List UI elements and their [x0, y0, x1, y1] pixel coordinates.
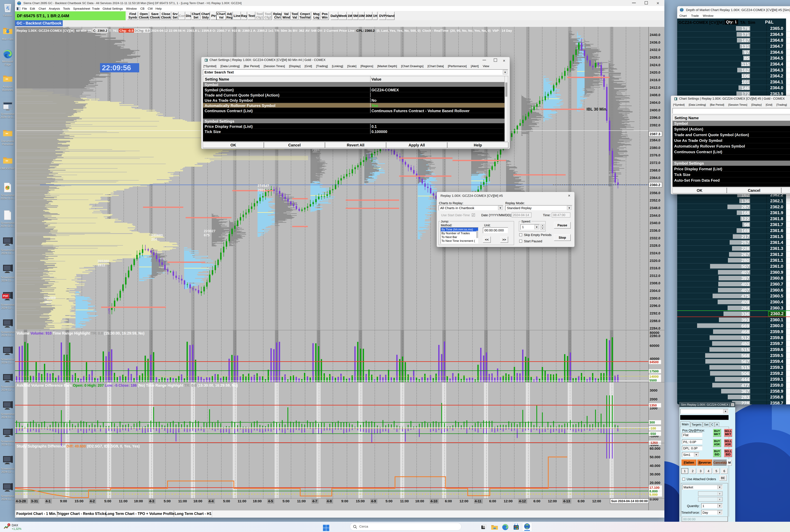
svg-text:2364.0: 2364.0: [650, 176, 660, 180]
svg-text:4-10: 4-10: [430, 499, 437, 503]
svg-text:2292.0: 2292.0: [650, 311, 660, 315]
svg-text:Ask/Bid Volume Difference Bars: Ask/Bid Volume Difference Bars Open: 0 H…: [17, 383, 238, 387]
svg-text:4-13: 4-13: [563, 499, 570, 503]
svg-text:0.000: 0.000: [650, 497, 658, 501]
svg-text:4-4: 4-4: [209, 499, 214, 503]
svg-text:4-12: 4-12: [519, 499, 526, 503]
svg-text:675: 675: [204, 233, 210, 237]
svg-text:9:00: 9:00: [341, 499, 348, 503]
svg-text:4-8: 4-8: [327, 499, 332, 503]
svg-text:2288.0: 2288.0: [650, 319, 660, 323]
svg-text:60000: 60000: [650, 344, 659, 348]
svg-text:1912: 1912: [97, 263, 105, 267]
svg-text:14000: 14000: [650, 375, 659, 378]
svg-text:2420.0: 2420.0: [650, 71, 660, 74]
svg-text:12:00: 12:00: [592, 499, 601, 503]
svg-text:2332.0: 2332.0: [650, 236, 660, 240]
svg-text:50.000: 50.000: [650, 455, 660, 459]
svg-text:4-1: 4-1: [45, 499, 51, 503]
svg-text:2308.0: 2308.0: [650, 281, 660, 285]
svg-text:5:00: 5:00: [223, 499, 230, 503]
svg-text:4-7: 4-7: [312, 499, 317, 503]
svg-text:-1250: -1250: [650, 441, 658, 444]
svg-text:2324.0: 2324.0: [650, 251, 660, 255]
svg-text:2312.0: 2312.0: [650, 274, 660, 278]
svg-text:2424.0: 2424.0: [650, 63, 660, 67]
svg-text:2440.0: 2440.0: [650, 33, 660, 37]
svg-text:15:00: 15:00: [75, 499, 83, 503]
svg-text:Study Subgraphs Difference Di: Study Subgraphs Difference Diff: 49.600 …: [17, 444, 140, 448]
svg-text:60.000: 60.000: [650, 446, 660, 451]
svg-text:2380.0: 2380.0: [650, 146, 660, 150]
svg-text:4-3-28: 4-3-28: [16, 499, 26, 503]
svg-text:204469: 204469: [44, 296, 56, 300]
svg-text:2300.0: 2300.0: [650, 296, 660, 300]
svg-text:18:00: 18:00: [134, 499, 143, 503]
svg-text:11:00: 11:00: [178, 499, 187, 503]
svg-text:6:00: 6:00: [533, 499, 540, 503]
svg-text:2344.0: 2344.0: [650, 213, 660, 217]
svg-text:2348.0: 2348.0: [650, 206, 660, 210]
svg-text:2400.0: 2400.0: [650, 108, 660, 112]
svg-text:80000: 80000: [650, 331, 659, 335]
svg-text:4-5: 4-5: [268, 499, 273, 503]
svg-text:2428.0: 2428.0: [650, 55, 660, 59]
svg-text:30.000: 30.000: [650, 472, 660, 476]
svg-text:2396.0: 2396.0: [650, 116, 660, 119]
svg-text:2296.0: 2296.0: [650, 304, 660, 308]
svg-text:12:00: 12:00: [459, 499, 468, 503]
svg-text:240680: 240680: [151, 233, 163, 237]
svg-text:274547: 274547: [258, 184, 269, 188]
svg-text:18:00: 18:00: [193, 499, 202, 503]
svg-text:5500: 5500: [650, 378, 657, 382]
svg-text:6:00: 6:00: [489, 499, 496, 503]
svg-text:2392.0: 2392.0: [650, 123, 660, 127]
svg-text:2336.0: 2336.0: [650, 229, 660, 232]
svg-text:18:00: 18:00: [415, 499, 424, 503]
svg-text:2320.0: 2320.0: [650, 259, 660, 263]
svg-text:1350: 1350: [650, 403, 657, 407]
svg-text:20.000: 20.000: [650, 481, 660, 485]
svg-text:Sun 2024-04-14 03:00:00: Sun 2024-04-14 03:00:00: [611, 499, 647, 503]
svg-text:2316.0: 2316.0: [650, 266, 660, 270]
svg-text:5:00: 5:00: [385, 499, 393, 503]
svg-text:12:00: 12:00: [504, 499, 512, 503]
svg-text:17500: 17500: [650, 369, 659, 373]
svg-text:2412.0: 2412.0: [650, 86, 660, 90]
svg-text:5.000: 5.000: [650, 493, 658, 496]
svg-text:2304.0: 2304.0: [650, 289, 660, 293]
svg-text:22:09:56: 22:09:56: [102, 64, 131, 72]
svg-text:300: 300: [650, 420, 655, 424]
svg-text:11:00: 11:00: [297, 499, 306, 503]
svg-text:2340.0: 2340.0: [650, 221, 660, 225]
svg-text:2352.0: 2352.0: [650, 198, 660, 202]
svg-text:2368.0: 2368.0: [650, 168, 660, 172]
svg-text:6:00: 6:00: [578, 499, 585, 503]
svg-text:IBL 30 Min.: IBL 30 Min.: [586, 107, 607, 111]
svg-text:3000: 3000: [650, 388, 657, 392]
svg-text:265380: 265380: [97, 259, 109, 263]
svg-text:2601: 2601: [258, 188, 265, 192]
svg-text:2372.0: 2372.0: [650, 161, 660, 165]
svg-text:2376.0: 2376.0: [650, 153, 660, 157]
svg-text:204: 204: [151, 238, 157, 241]
svg-text:2284.0: 2284.0: [650, 326, 660, 330]
svg-text:-550: -550: [650, 432, 656, 436]
svg-text:2436.0: 2436.0: [650, 40, 660, 44]
svg-text:2416.0: 2416.0: [650, 78, 660, 82]
svg-text:6:00: 6:00: [445, 499, 452, 503]
svg-text:Volume Volume: 910 Time Rang: Volume Volume: 910 Time Range Highlight …: [17, 331, 145, 335]
svg-text:11:00: 11:00: [119, 499, 128, 503]
svg-text:2356.0: 2356.0: [650, 191, 660, 195]
svg-text:17.100: 17.100: [650, 486, 659, 489]
svg-text:12:00: 12:00: [548, 499, 557, 503]
svg-text:223027: 223027: [204, 229, 215, 233]
svg-text:5:00: 5:00: [104, 499, 111, 503]
svg-text:11:00: 11:00: [400, 499, 409, 503]
svg-text:2408.0: 2408.0: [650, 93, 660, 97]
svg-text:4-11: 4-11: [475, 499, 482, 503]
svg-text:2328.0: 2328.0: [650, 244, 660, 248]
svg-text:2384.0: 2384.0: [650, 138, 660, 142]
svg-text:1817: 1817: [44, 300, 52, 304]
svg-text:40.000: 40.000: [650, 464, 660, 468]
